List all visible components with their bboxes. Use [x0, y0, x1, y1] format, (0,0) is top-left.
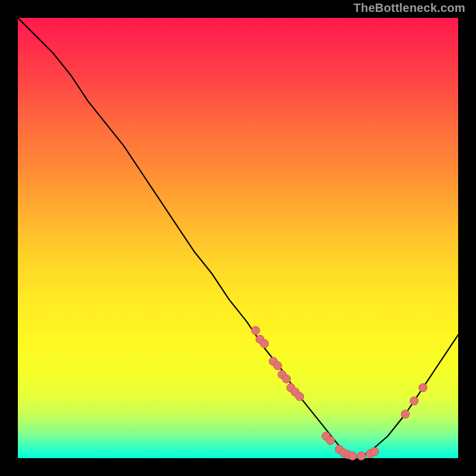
data-points-group: [252, 326, 427, 460]
data-point-p10: [296, 392, 304, 400]
bottleneck-curve: [18, 18, 458, 456]
data-point-p3: [260, 340, 268, 348]
chart-frame: TheBottleneck.com: [0, 0, 476, 476]
data-point-p17: [357, 452, 365, 460]
attribution-label: TheBottleneck.com: [353, 1, 465, 15]
data-point-p7: [282, 375, 290, 383]
data-point-p16: [348, 452, 356, 460]
data-point-p12: [326, 436, 334, 444]
data-point-p21: [410, 397, 418, 405]
data-point-p19: [370, 447, 378, 456]
data-point-p22: [419, 384, 427, 392]
plot-area: [18, 18, 458, 458]
chart-overlay: [18, 18, 458, 458]
data-point-p5: [274, 362, 282, 370]
data-point-p20: [401, 410, 409, 418]
data-point-p1: [252, 326, 260, 334]
